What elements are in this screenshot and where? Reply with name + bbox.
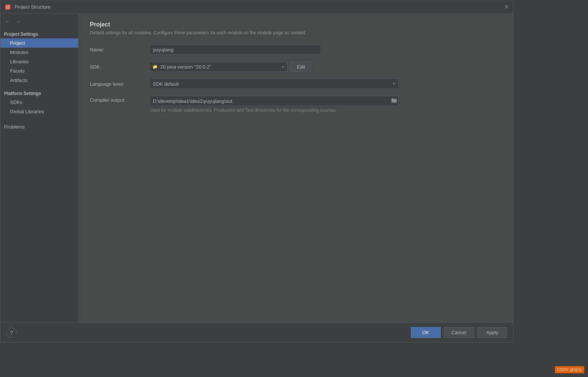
compiler-output-row: Compiler output: Used for module subdire… <box>90 96 502 113</box>
main-content: ← → Project Settings Project Modules Lib… <box>0 14 513 322</box>
language-level-label: Language level: <box>90 81 150 87</box>
sdk-label: SDK: <box>90 64 150 70</box>
sidebar-item-global-libraries[interactable]: Global Libraries <box>0 107 78 116</box>
sidebar-item-artifacts[interactable]: Artifacts <box>0 76 78 85</box>
nav-buttons: ← → <box>0 15 78 29</box>
sdk-controls: 📁 20 java version "20.0.2" Edit <box>150 61 311 72</box>
app-icon: IJ <box>4 3 12 11</box>
content-area: Project Default settings for all modules… <box>79 14 513 322</box>
footer: ? OK Cancel Apply <box>0 322 513 342</box>
browse-folder-button[interactable] <box>391 98 397 104</box>
help-button[interactable]: ? <box>6 327 17 338</box>
sidebar-item-project[interactable]: Project <box>0 38 78 48</box>
ok-button[interactable]: OK <box>411 327 441 338</box>
compiler-input-wrapper <box>150 96 399 106</box>
svg-rect-2 <box>392 100 395 100</box>
project-structure-window: IJ Project Structure ✕ ← → Project Setti… <box>0 0 513 343</box>
project-settings-label: Project Settings <box>0 29 78 38</box>
compiler-output-label: Compiler output: <box>90 96 150 103</box>
language-level-select[interactable]: SDK default <box>150 79 399 89</box>
sidebar-item-sdks[interactable]: SDKs <box>0 98 78 107</box>
cancel-button[interactable]: Cancel <box>444 327 474 338</box>
compiler-hint: Used for module subdirectories, Producti… <box>150 108 399 113</box>
title-bar: IJ Project Structure ✕ <box>0 0 513 14</box>
sidebar-item-libraries[interactable]: Libraries <box>0 57 78 66</box>
name-row: Name: <box>90 44 502 55</box>
sdk-row: SDK: 📁 20 java version "20.0.2" Edit <box>90 61 502 72</box>
compiler-output-section: Used for module subdirectories, Producti… <box>150 96 399 113</box>
footer-buttons: OK Cancel Apply <box>411 327 507 338</box>
window-controls: ✕ <box>503 4 509 10</box>
sidebar-item-facets[interactable]: Facets <box>0 66 78 76</box>
language-level-row: Language level: SDK default ▼ <box>90 79 502 89</box>
sdk-select[interactable]: 20 java version "20.0.2" <box>150 61 287 72</box>
language-level-wrapper: SDK default ▼ <box>150 79 399 89</box>
close-button[interactable]: ✕ <box>503 4 509 10</box>
compiler-output-input[interactable] <box>150 96 399 106</box>
sdk-edit-button[interactable]: Edit <box>290 61 311 72</box>
svg-text:IJ: IJ <box>6 5 9 9</box>
name-input[interactable] <box>150 44 321 55</box>
apply-button[interactable]: Apply <box>477 327 507 338</box>
name-label: Name: <box>90 47 150 53</box>
platform-settings-label: Platform Settings <box>0 88 78 98</box>
forward-button[interactable]: → <box>14 18 23 26</box>
sdk-select-wrapper: 📁 20 java version "20.0.2" <box>150 61 287 72</box>
watermark: CSDN @论坛 <box>555 366 584 373</box>
sidebar-item-problems[interactable]: Problems <box>0 122 78 132</box>
page-subtitle: Default settings for all modules. Config… <box>90 30 502 35</box>
window-title: Project Structure <box>15 4 503 10</box>
sidebar: ← → Project Settings Project Modules Lib… <box>0 14 79 322</box>
page-title: Project <box>90 21 502 28</box>
back-button[interactable]: ← <box>3 18 12 26</box>
sidebar-item-modules[interactable]: Modules <box>0 48 78 57</box>
